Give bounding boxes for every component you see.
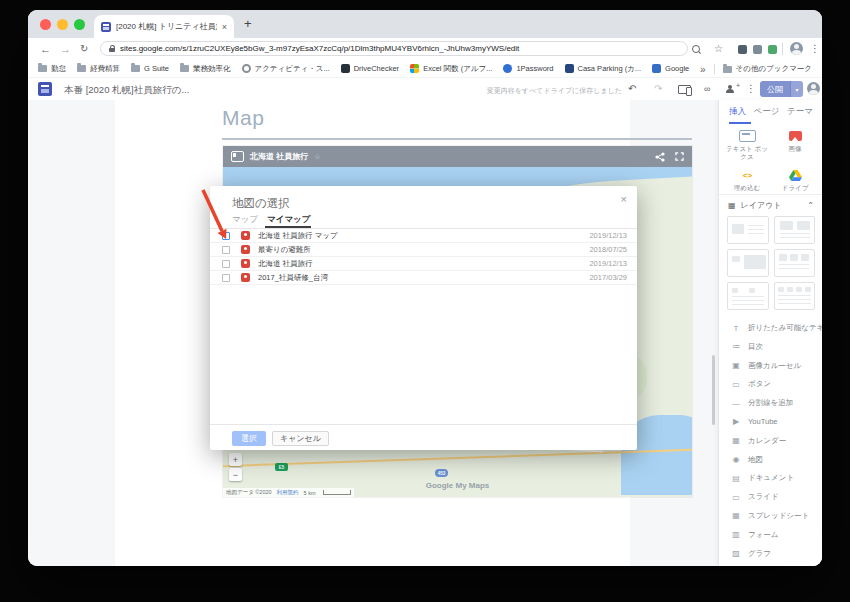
sidebar-item-docs[interactable]: ▤ドキュメント <box>719 472 822 484</box>
browser-tab[interactable]: [2020 札幌] トリニティ社員旅行 × <box>94 15 234 38</box>
browser-profile-avatar[interactable] <box>790 42 803 55</box>
sidebar-item-sheets[interactable]: ▦スプレッドシート <box>719 510 822 522</box>
map-list-row[interactable]: 北海道 社員旅行 マップ 2019/12/13 <box>210 229 637 243</box>
map-list-row[interactable]: 2017_社員研修_台湾 2017/03/29 <box>210 271 637 285</box>
redo-icon[interactable]: ↷ <box>654 83 662 95</box>
dialog-tab-mymaps[interactable]: マイマップ <box>267 214 311 226</box>
layout-option-4[interactable] <box>774 249 816 277</box>
share-with-people-icon[interactable] <box>726 85 733 92</box>
map-zoom-in-button[interactable]: + <box>229 453 242 466</box>
sidebar-item-button[interactable]: ▭ボタン <box>719 378 822 390</box>
row-checkbox[interactable] <box>222 232 230 240</box>
layouts-section-header[interactable]: ▦ レイアウト ⌃ <box>719 198 822 212</box>
close-window-button[interactable] <box>40 19 51 30</box>
layout-option-1[interactable] <box>727 216 769 244</box>
map-list-row[interactable]: 北海道 社員旅行 2019/12/13 <box>210 257 637 271</box>
sidebar-item-map[interactable]: ◉地図 <box>719 454 822 466</box>
bookmark-item[interactable]: Casa Parking (カ... <box>565 64 642 74</box>
map-name: 2017_社員研修_台湾 <box>258 273 328 283</box>
bookmark-folder[interactable]: G Suite <box>131 64 169 73</box>
fullscreen-icon[interactable] <box>675 152 684 161</box>
sidebar-item-table-of-contents[interactable]: ≔目次 <box>719 341 822 353</box>
content-scrollbar[interactable] <box>712 355 715 425</box>
insert-sidebar: 挿入 ページ テーマ テキスト ボックス 画像 < > 埋め込む <box>718 100 822 566</box>
other-bookmarks-folder[interactable]: その他のブックマーク <box>723 64 812 74</box>
row-checkbox[interactable] <box>222 260 230 268</box>
insert-text-box-tile[interactable]: テキスト ボックス <box>723 130 771 161</box>
minimize-window-button[interactable] <box>57 19 68 30</box>
layout-option-2[interactable] <box>774 216 816 244</box>
forward-icon[interactable]: → <box>60 42 71 56</box>
row-checkbox[interactable] <box>222 246 230 254</box>
bookmarks-overflow-icon[interactable]: » <box>700 64 706 75</box>
charts-icon: ▨ <box>731 549 741 558</box>
cancel-button[interactable]: キャンセル <box>272 431 329 446</box>
google-my-maps-watermark: Google My Maps <box>426 481 490 490</box>
fullscreen-window-button[interactable] <box>74 19 85 30</box>
google-sites-icon[interactable] <box>38 82 52 96</box>
share-icon[interactable] <box>655 152 665 162</box>
map-list-row[interactable]: 最寄りの避難所 2018/07/25 <box>210 243 637 257</box>
editor-user-avatar[interactable] <box>807 82 820 95</box>
undo-icon[interactable]: ↶ <box>628 83 636 95</box>
back-icon[interactable]: ← <box>40 42 51 56</box>
bookmark-folder[interactable]: 業務効率化 <box>180 64 231 74</box>
layout-option-6[interactable] <box>774 282 816 310</box>
browser-menu-icon[interactable]: ⋮ <box>810 43 820 54</box>
insert-embed-tile[interactable]: < > 埋め込む <box>723 169 771 192</box>
extension-icon[interactable] <box>753 45 762 54</box>
tab-close-icon[interactable]: × <box>222 22 227 32</box>
bookmark-item[interactable]: DriveChecker <box>341 64 399 73</box>
address-bar[interactable]: sites.google.com/s/1zruC2UXEy8e5bGw_3-m9… <box>100 41 688 56</box>
my-maps-icon <box>231 151 244 162</box>
tab-themes[interactable]: テーマ <box>787 106 813 118</box>
site-document-title[interactable]: 本番 [2020 札幌]社員旅行の... <box>64 84 189 97</box>
sidebar-item-collapsible-text[interactable]: T折りたたみ可能なテキスト <box>719 322 822 334</box>
dialog-tab-maps[interactable]: マップ <box>232 214 258 226</box>
new-tab-button[interactable]: + <box>244 16 252 32</box>
map-header-actions <box>655 152 684 162</box>
bookmark-folder[interactable]: 経費精算 <box>77 64 120 74</box>
select-button[interactable]: 選択 <box>232 431 266 446</box>
insert-tiles: テキスト ボックス 画像 < > 埋め込む ドライブ <box>719 128 822 194</box>
insert-drive-tile[interactable]: ドライブ <box>771 169 819 192</box>
publish-label[interactable]: 公開 <box>760 81 790 97</box>
map-zoom-out-button[interactable]: − <box>229 468 242 481</box>
bookmark-item[interactable]: Excel 関数 (アルフ... <box>410 64 492 74</box>
bookmark-item[interactable]: 1Password <box>503 64 553 73</box>
sidebar-item-divider[interactable]: —分割線を追加 <box>719 397 822 409</box>
row-checkbox[interactable] <box>222 274 230 282</box>
editor-menu-icon[interactable]: ⋮ <box>746 83 756 95</box>
tile-label: 埋め込む <box>734 184 760 192</box>
folder-icon <box>38 65 47 72</box>
reload-icon[interactable]: ↻ <box>80 42 88 56</box>
extension-icon[interactable] <box>738 45 747 54</box>
bookmarks-right-cluster: » その他のブックマーク <box>690 60 822 78</box>
sidebar-item-charts[interactable]: ▨グラフ <box>719 548 822 560</box>
sidebar-item-forms[interactable]: ▥フォーム <box>719 529 822 541</box>
insert-image-tile[interactable]: 画像 <box>771 130 819 161</box>
dialog-close-icon[interactable]: × <box>621 193 627 205</box>
section-title[interactable]: Map <box>222 106 264 130</box>
tab-insert[interactable]: 挿入 <box>729 106 746 118</box>
layout-option-3[interactable] <box>727 249 769 277</box>
bookmark-folder[interactable]: 勤怠 <box>38 64 66 74</box>
map-star-icon[interactable]: ☆ <box>314 153 320 161</box>
bookmark-item[interactable]: アクティビティ・ス... <box>242 64 330 74</box>
sidebar-item-calendar[interactable]: ▦カレンダー <box>719 435 822 447</box>
tab-pages[interactable]: ページ <box>754 106 780 118</box>
sidebar-item-youtube[interactable]: ▶YouTube <box>719 416 822 428</box>
sidebar-item-image-carousel[interactable]: ▣画像カルーセル <box>719 360 822 372</box>
collapse-chevron-icon[interactable]: ⌃ <box>807 201 814 210</box>
collapsible-text-icon: T <box>731 324 741 333</box>
zoom-lens-icon[interactable] <box>692 45 700 53</box>
publish-button[interactable]: 公開 ▾ <box>760 81 803 97</box>
device-preview-icon[interactable] <box>678 85 691 94</box>
sidebar-item-slides[interactable]: ▭スライド <box>719 491 822 503</box>
bookmark-star-icon[interactable]: ☆ <box>714 43 723 55</box>
map-terms-link[interactable]: 利用規約 <box>277 489 299 496</box>
layout-option-5[interactable] <box>727 282 769 310</box>
publish-dropdown-icon[interactable]: ▾ <box>790 81 803 97</box>
insert-link-icon[interactable]: ∞ <box>704 83 710 95</box>
extension-icon[interactable] <box>768 45 777 54</box>
